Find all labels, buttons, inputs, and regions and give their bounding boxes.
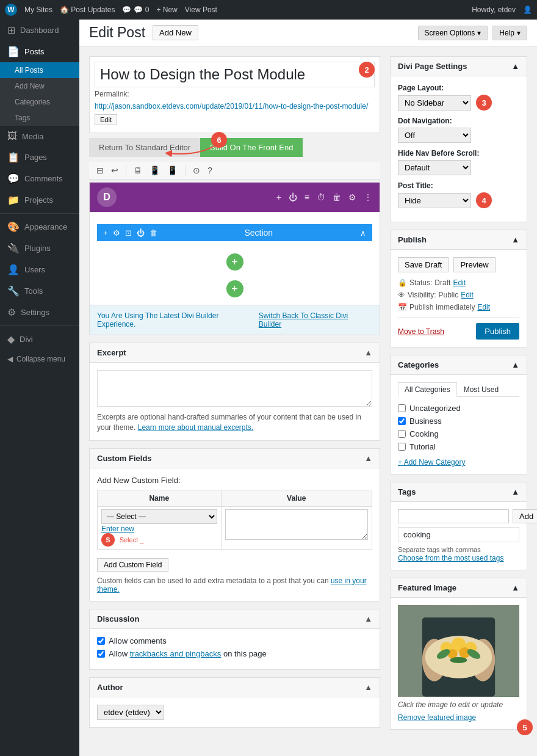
cf-name-select[interactable]: — Select — — [101, 509, 217, 524]
sidebar-item-add-new[interactable]: Add New — [0, 78, 79, 94]
return-to-standard-button[interactable]: Return To Standard Editor — [89, 138, 200, 157]
author-select[interactable]: etdev (etdev) — [97, 705, 164, 720]
divi-add-icon[interactable]: + — [276, 192, 281, 202]
sidebar-item-posts[interactable]: 📄 Posts — [0, 41, 79, 62]
publish-time-edit-link[interactable]: Edit — [477, 303, 490, 311]
permalink-edit-button[interactable]: Edit — [95, 114, 117, 125]
divi-tool-help-icon[interactable]: ? — [205, 164, 215, 176]
cf-value-textarea[interactable] — [225, 509, 369, 540]
divi-trash-icon[interactable]: 🗑 — [333, 192, 341, 202]
sidebar-item-divi[interactable]: ◆ Divi — [0, 329, 79, 350]
divi-section-trash-icon[interactable]: 🗑 — [150, 228, 157, 238]
sidebar-item-settings[interactable]: ⚙ Settings — [0, 302, 79, 323]
tags-add-button[interactable]: Add — [513, 509, 537, 523]
divi-tool-tablet-icon[interactable]: 📱 — [147, 164, 162, 176]
divi-section-collapse-icon[interactable]: ∧ — [360, 228, 366, 238]
hide-nav-select[interactable]: Default — [398, 160, 471, 175]
tags-toggle-icon[interactable]: ▲ — [511, 487, 519, 496]
site-name-item[interactable]: 🏠 Post Updates — [60, 5, 115, 14]
my-sites-menu[interactable]: My Sites — [24, 5, 52, 14]
howdy-item[interactable]: Howdy, etdev — [472, 5, 516, 14]
divi-add-row-button-1[interactable]: + — [226, 253, 243, 271]
divi-switch-link[interactable]: Switch Back To Classic Divi Builder — [259, 311, 372, 329]
remove-featured-image-link[interactable]: Remove featured image — [398, 713, 476, 722]
sidebar-item-comments[interactable]: 💬 Comments — [0, 168, 79, 189]
cat-tab-all[interactable]: All Categories — [398, 382, 457, 397]
page-layout-select[interactable]: No Sidebar — [398, 95, 471, 111]
sidebar-item-tags[interactable]: Tags — [0, 110, 79, 126]
wp-logo-icon[interactable]: W — [5, 4, 17, 16]
cat-checkbox-business[interactable] — [398, 417, 406, 425]
sidebar-item-all-posts[interactable]: All Posts — [0, 62, 79, 78]
tags-choose-link[interactable]: Choose from the most used tags — [398, 554, 503, 562]
cat-tab-most-used[interactable]: Most Used — [457, 382, 505, 397]
allow-comments-checkbox[interactable] — [97, 637, 105, 645]
sidebar-item-dashboard[interactable]: ⊞ Dashboard — [0, 20, 79, 41]
new-item[interactable]: + New — [156, 5, 177, 14]
featured-image-thumbnail[interactable] — [398, 605, 519, 697]
save-draft-button[interactable]: Save Draft — [398, 257, 449, 272]
sidebar-item-categories[interactable]: Categories — [0, 94, 79, 110]
sidebar-item-tools[interactable]: 🔧 Tools — [0, 280, 79, 302]
divi-page-settings-toggle-icon[interactable]: ▲ — [511, 62, 519, 71]
divi-settings-icon[interactable]: ⚙ — [348, 192, 356, 202]
divi-section-settings-icon[interactable]: ⚙ — [113, 228, 120, 238]
divi-layers-icon[interactable]: ≡ — [305, 192, 309, 202]
comments-item[interactable]: 💬 💬 0 — [122, 5, 149, 14]
categories-toggle-icon[interactable]: ▲ — [511, 360, 519, 369]
discussion-header[interactable]: Discussion ▲ — [90, 609, 380, 629]
author-toggle-icon[interactable]: ▲ — [364, 683, 372, 692]
divi-tool-grid-icon[interactable]: ⊟ — [94, 164, 106, 176]
custom-fields-header[interactable]: Custom Fields ▲ — [90, 449, 380, 468]
divi-tool-desktop-icon[interactable]: 🖥 — [131, 164, 145, 176]
trackbacks-link[interactable]: trackbacks and pingbacks — [130, 649, 222, 658]
avatar-icon[interactable]: 👤 — [523, 5, 532, 14]
move-to-trash-link[interactable]: Move to Trash — [398, 327, 444, 336]
publish-toggle-icon[interactable]: ▲ — [511, 235, 519, 244]
divi-section-add-icon[interactable]: + — [103, 228, 108, 238]
publish-header[interactable]: Publish ▲ — [391, 230, 527, 250]
divi-more-icon[interactable]: ⋮ — [364, 192, 372, 202]
featured-image-toggle-icon[interactable]: ▲ — [511, 583, 519, 592]
help-button[interactable]: Help ▾ — [492, 26, 527, 40]
divi-tool-portability-icon[interactable]: ⊙ — [190, 164, 203, 176]
divi-tool-undo-icon[interactable]: ↩ — [109, 164, 121, 176]
publish-button[interactable]: Publish — [476, 323, 519, 340]
sidebar-item-media[interactable]: 🖼 Media — [0, 126, 79, 147]
allow-trackbacks-checkbox[interactable] — [97, 650, 105, 658]
divi-page-settings-header[interactable]: Divi Page Settings ▲ — [391, 57, 527, 76]
divi-add-row-button-2[interactable]: + — [226, 280, 243, 297]
permalink-link[interactable]: http://jason.sandbox.etdevs.com/update/2… — [95, 102, 368, 111]
status-edit-link[interactable]: Edit — [453, 278, 466, 287]
preview-button[interactable]: Preview — [453, 257, 495, 272]
divi-section-copy-icon[interactable]: ⊡ — [125, 228, 132, 238]
divi-logo-button[interactable]: D — [97, 187, 117, 207]
excerpt-toggle-icon[interactable]: ▲ — [364, 348, 372, 357]
add-new-category-link[interactable]: + Add New Category — [398, 458, 519, 467]
post-title-select[interactable]: Hide — [398, 193, 471, 208]
sidebar-item-plugins[interactable]: 🔌 Plugins — [0, 238, 79, 259]
sidebar-item-users[interactable]: 👤 Users — [0, 259, 79, 280]
divi-section-toggle-icon[interactable]: ⏻ — [137, 228, 145, 238]
divi-history-icon[interactable]: ⏱ — [317, 192, 325, 202]
discussion-toggle-icon[interactable]: ▲ — [364, 614, 372, 623]
visibility-edit-link[interactable]: Edit — [461, 291, 474, 299]
view-post-item[interactable]: View Post — [185, 5, 217, 14]
collapse-menu-btn[interactable]: ◀ Collapse menu — [0, 350, 79, 368]
author-header[interactable]: Author ▲ — [90, 678, 380, 697]
cat-checkbox-tutorial[interactable] — [398, 443, 406, 451]
screen-options-button[interactable]: Screen Options ▾ — [418, 26, 488, 40]
cf-add-button[interactable]: Add Custom Field — [97, 558, 168, 572]
sidebar-item-projects[interactable]: 📁 Projects — [0, 189, 79, 211]
dot-nav-select[interactable]: Off — [398, 128, 471, 143]
sidebar-item-appearance[interactable]: 🎨 Appearance — [0, 216, 79, 238]
post-title-input[interactable]: How to Design the Post Module — [95, 62, 375, 87]
cf-enter-new-link[interactable]: Enter new — [101, 525, 134, 533]
cat-checkbox-uncategorized[interactable] — [398, 404, 406, 412]
excerpt-learn-more-link[interactable]: Learn more about manual excerpts. — [138, 423, 253, 432]
tags-header[interactable]: Tags ▲ — [391, 482, 527, 502]
cat-checkbox-cooking[interactable] — [398, 430, 406, 438]
add-new-button[interactable]: Add New — [153, 25, 198, 40]
divi-power-icon[interactable]: ⏻ — [289, 192, 297, 202]
featured-image-header[interactable]: Featured Image ▲ — [391, 578, 527, 598]
